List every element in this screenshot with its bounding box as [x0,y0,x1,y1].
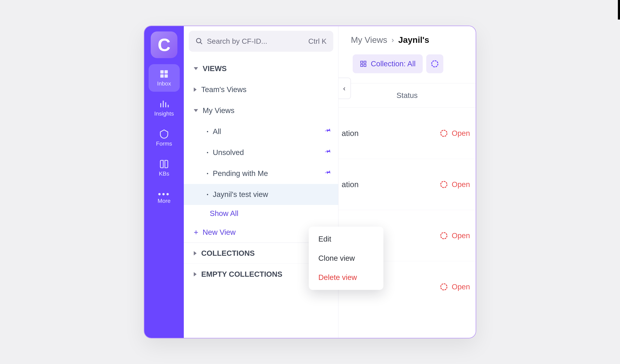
svg-rect-8 [364,64,366,66]
status-label: Open [452,231,470,240]
view-item-jaynils-test-view[interactable]: Jaynil's test view [184,184,338,205]
nav-item-forms[interactable]: Forms [149,124,180,152]
search-icon [196,37,203,45]
nav-label: More [158,198,171,204]
filter-status[interactable] [426,54,443,73]
status-circle-icon [440,232,447,239]
app-logo[interactable]: C [151,31,177,58]
chevron-left-icon: ‹ [343,84,345,92]
svg-rect-3 [164,74,168,78]
nav-item-insights[interactable]: Insights [149,94,180,122]
kbs-icon [159,159,169,169]
tree-label: My Views [203,106,331,115]
status-cell[interactable]: Open [440,231,470,240]
bullet-icon [207,152,208,153]
chevron-right-icon [194,251,197,255]
forms-icon [159,129,169,139]
chevron-right-icon [194,272,197,276]
pin-icon[interactable] [325,148,331,157]
view-item-all[interactable]: All [184,121,338,142]
tree-item-teams-views[interactable]: Team's Views [184,79,338,100]
section-label: VIEWS [203,64,331,73]
nav-item-more[interactable]: ••• More [149,184,180,212]
view-label: Unsolved [213,148,320,157]
chevron-right-icon [194,88,197,92]
row-text: ation [339,129,440,138]
main-content: ‹ My Views › Jaynil's Collection: All St… [339,26,476,338]
search-placeholder: Search by CF-ID... [207,37,305,46]
status-cell[interactable]: Open [440,283,470,291]
svg-rect-2 [160,74,164,78]
pin-icon[interactable] [325,127,331,136]
status-circle-icon [440,130,447,137]
status-cell[interactable]: Open [440,129,470,137]
bullet-icon [207,131,208,132]
collection-icon [360,60,367,67]
tree-item-my-views[interactable]: My Views [184,100,338,121]
nav-label: KBs [159,170,170,177]
plus-icon: + [194,228,198,237]
view-item-unsolved[interactable]: Unsolved [184,142,338,163]
nav-label: Inbox [157,80,171,87]
status-circle-icon [431,60,438,67]
new-view-label: New View [203,228,236,237]
show-all-link[interactable]: Show All [184,205,338,222]
status-cell[interactable]: Open [440,180,470,189]
tree-label: Team's Views [201,85,331,94]
more-icon: ••• [158,192,170,196]
search-shortcut: Ctrl K [308,37,327,46]
chevron-right-icon: › [392,36,394,44]
filter-collection[interactable]: Collection: All [353,54,423,73]
breadcrumb: My Views › Jaynil's [339,26,476,45]
status-label: Open [452,283,470,291]
nav-item-kbs[interactable]: KBs [149,154,180,182]
column-header-status[interactable]: Status [339,83,476,108]
svg-point-4 [196,38,201,43]
filter-bar: Collection: All [339,45,476,73]
status-circle-icon [440,283,447,290]
logo-letter: C [158,35,170,55]
inbox-icon [159,69,169,79]
status-circle-icon [440,181,447,188]
nav-label: Insights [154,110,174,117]
svg-rect-5 [361,61,363,63]
row-text: ation [339,180,440,189]
menu-item-clone[interactable]: Clone view [309,249,383,268]
menu-item-edit[interactable]: Edit [309,229,383,249]
table-row[interactable]: ation Open [339,159,476,210]
collapse-sidebar-button[interactable]: ‹ [339,78,351,99]
breadcrumb-current: Jaynil's [398,35,429,45]
bullet-icon [207,173,208,174]
insights-icon [159,99,169,109]
menu-item-delete[interactable]: Delete view [309,268,383,287]
status-label: Open [452,180,470,189]
search-input[interactable]: Search by CF-ID... Ctrl K [189,31,333,52]
breadcrumb-parent[interactable]: My Views [351,35,387,45]
pin-icon[interactable] [325,169,331,178]
svg-rect-7 [361,64,363,66]
chevron-down-icon [194,67,198,70]
svg-rect-6 [364,61,366,63]
table-row[interactable]: ation Open [339,108,476,159]
view-label: Pending with Me [213,169,320,178]
bullet-icon [207,194,208,195]
nav-label: Forms [156,140,172,147]
view-label: All [213,127,320,136]
svg-rect-0 [160,70,164,74]
app-window: C Inbox Insights Forms KBs [144,26,476,338]
sidebar-panel: Search by CF-ID... Ctrl K VIEWS Team's V… [184,26,339,338]
filter-label: Collection: All [371,60,416,68]
nav-item-inbox[interactable]: Inbox [149,64,180,92]
chevron-down-icon [194,109,198,112]
view-item-pending-with-me[interactable]: Pending with Me [184,163,338,184]
nav-rail: C Inbox Insights Forms KBs [144,26,184,338]
view-label: Jaynil's test view [213,190,331,199]
context-menu: Edit Clone view Delete view [309,227,383,290]
svg-rect-1 [164,70,168,74]
section-views[interactable]: VIEWS [184,58,338,79]
status-label: Open [452,129,470,137]
